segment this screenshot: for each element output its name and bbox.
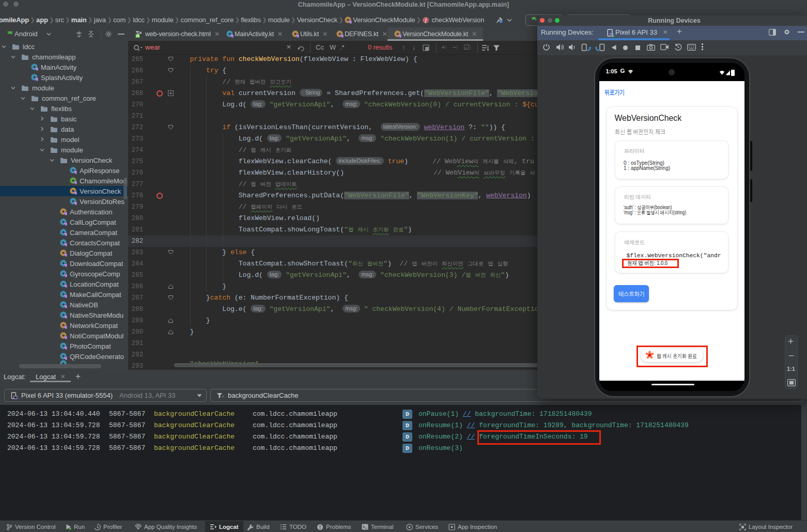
svg-text:H: H	[136, 34, 139, 38]
